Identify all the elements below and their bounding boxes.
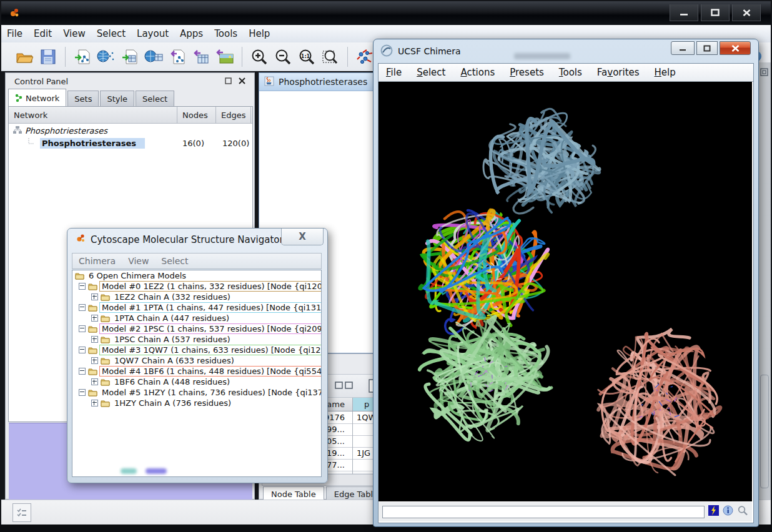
menu-layout[interactable]: Layout (131, 26, 174, 41)
navigator-menu-chimera[interactable]: Chimera (72, 254, 122, 268)
search-magnifier-icon[interactable] (737, 505, 748, 518)
chimera-model-tree[interactable]: 6 Open Chimera ModelsModel #0 1EZ2 (1 ch… (72, 270, 322, 477)
chimera-menu-tools[interactable]: Tools (552, 65, 590, 80)
navigator-menu-view[interactable]: View (122, 254, 155, 268)
control-tab-style[interactable]: Style (100, 91, 134, 106)
collapse-icon[interactable] (79, 368, 86, 375)
chimera-maximize-button[interactable] (696, 41, 718, 55)
expand-icon[interactable] (91, 378, 98, 385)
network-name: Phosphotriesterases (40, 138, 145, 149)
chimera-3d-viewport[interactable] (379, 82, 752, 501)
close-panel-icon[interactable] (237, 76, 247, 86)
export-image-icon[interactable] (215, 47, 234, 66)
network-row[interactable]: Phosphotriesterases (9, 124, 252, 137)
select-columns-icon[interactable] (334, 378, 355, 392)
protein-salmon-model (598, 329, 721, 475)
chimera-titlebar[interactable]: UCSF Chimera (374, 39, 758, 63)
import-network-file-icon[interactable] (73, 47, 92, 66)
menu-help[interactable]: Help (243, 26, 275, 41)
apply-layout-icon[interactable] (355, 47, 374, 66)
float-panel-icon[interactable] (224, 76, 233, 86)
navigator-close-button[interactable]: X (281, 229, 324, 245)
tree-root[interactable]: 6 Open Chimera Models (72, 270, 321, 281)
expand-icon[interactable] (91, 357, 98, 364)
svg-text:1:1: 1:1 (301, 54, 310, 59)
tree-chain-row[interactable]: 1BF6 Chain A (448 residues) (72, 377, 321, 387)
glass-reflection (514, 53, 570, 59)
open-folder-icon[interactable] (15, 47, 34, 66)
chimera-menu-presets[interactable]: Presets (502, 65, 552, 80)
menu-apps[interactable]: Apps (174, 26, 209, 41)
column-header-edges[interactable]: Edges (216, 107, 251, 123)
export-network-icon[interactable] (168, 47, 187, 66)
import-table-file-icon[interactable] (121, 47, 139, 66)
results-panel-strip[interactable] (758, 62, 771, 525)
screen: FileEditViewSelectLayoutAppsToolsHelp 1:… (0, 0, 772, 532)
import-network-web-icon[interactable] (97, 47, 116, 66)
tree-model-row[interactable]: Model #0 1EZ2 (1 chains, 332 residues) [… (72, 281, 321, 292)
minimize-button[interactable] (670, 4, 698, 21)
menu-file[interactable]: File (1, 26, 28, 41)
control-tab-sets[interactable]: Sets (67, 91, 99, 106)
tree-chain-row[interactable]: 1EZ2 Chain A (332 residues) (72, 292, 321, 302)
menu-edit[interactable]: Edit (28, 26, 57, 41)
zoom-actual-icon[interactable]: 1:1 (297, 47, 316, 66)
tree-branch-icon (27, 138, 40, 149)
collapse-icon[interactable] (79, 283, 86, 290)
chimera-menu-favorites[interactable]: Favorites (590, 65, 647, 80)
menu-tools[interactable]: Tools (209, 26, 243, 41)
tab-label: Network (26, 94, 59, 103)
close-button[interactable] (732, 4, 761, 21)
column-header-nodes[interactable]: Nodes (177, 107, 216, 123)
chimera-close-button[interactable] (720, 41, 751, 55)
tree-model-row[interactable]: Model #1 1PTA (1 chains, 447 residues) [… (72, 302, 321, 313)
chimera-menu-help[interactable]: Help (647, 65, 683, 80)
expand-icon[interactable] (91, 315, 98, 322)
expand-icon[interactable] (91, 293, 98, 300)
zoom-fit-icon[interactable] (321, 47, 340, 66)
chimera-menu-file[interactable]: File (379, 65, 409, 80)
tree-model-row[interactable]: Model #3 1QW7 (1 chains, 633 residues) [… (72, 345, 321, 355)
info-icon[interactable] (723, 505, 733, 518)
java-coffee-icon (264, 76, 274, 88)
command-lightning-icon[interactable] (708, 505, 719, 518)
chimera-command-input[interactable] (382, 506, 705, 518)
chain-label: 1PSC Chain A (537 residues) (112, 335, 232, 344)
tree-chain-row[interactable]: 1PTA Chain A (447 residues) (72, 313, 321, 323)
tree-chain-row[interactable]: 1PSC Chain A (537 residues) (72, 334, 321, 345)
zoom-in-icon[interactable] (250, 47, 269, 66)
navigator-menu-select[interactable]: Select (155, 254, 194, 268)
tab-label: Select (142, 94, 167, 104)
expand-icon[interactable] (91, 336, 98, 343)
network-list-header[interactable]: NetworkNodesEdges (9, 107, 252, 124)
tree-chain-row[interactable]: 1QW7 Chain A (633 residues) (72, 355, 321, 366)
chimera-minimize-button[interactable] (671, 41, 695, 55)
collapse-icon[interactable] (79, 347, 86, 353)
control-tab-select[interactable]: Select (136, 91, 174, 106)
export-table-icon[interactable] (192, 47, 210, 66)
tree-model-row[interactable]: Model #2 1PSC (1 chains, 537 residues) [… (72, 323, 321, 334)
cytoscape-titlebar[interactable] (1, 1, 771, 26)
column-header-network[interactable]: Network (9, 107, 177, 123)
tree-model-row[interactable]: Model #4 1BF6 (1 chains, 448 residues) [… (72, 366, 321, 377)
import-table-web-icon[interactable] (144, 47, 163, 66)
expand-icon[interactable] (91, 400, 98, 406)
collapse-icon[interactable] (79, 389, 86, 396)
control-tab-network[interactable]: Network (8, 89, 66, 106)
menu-select[interactable]: Select (91, 26, 131, 41)
tree-model-row[interactable]: Model #5 1HZY (1 chains, 736 residues) [… (72, 387, 321, 398)
tree-chain-row[interactable]: 1HZY Chain A (736 residues) (72, 398, 321, 408)
collapse-icon[interactable] (79, 325, 86, 332)
maximize-button[interactable] (701, 4, 730, 21)
chimera-menu-select[interactable]: Select (409, 65, 453, 80)
chimera-menu-actions[interactable]: Actions (453, 65, 502, 80)
edge-glow-smear (146, 468, 167, 474)
menu-view[interactable]: View (57, 26, 91, 41)
network-name: Phosphotriesterases (25, 126, 107, 135)
task-history-button[interactable] (12, 503, 31, 522)
collapse-icon[interactable] (79, 304, 86, 311)
toolbar-separator (347, 47, 348, 67)
zoom-out-icon[interactable] (274, 47, 292, 66)
save-icon[interactable] (39, 47, 57, 66)
network-row[interactable]: Phosphotriesterases16(0)120(0) (9, 137, 252, 149)
